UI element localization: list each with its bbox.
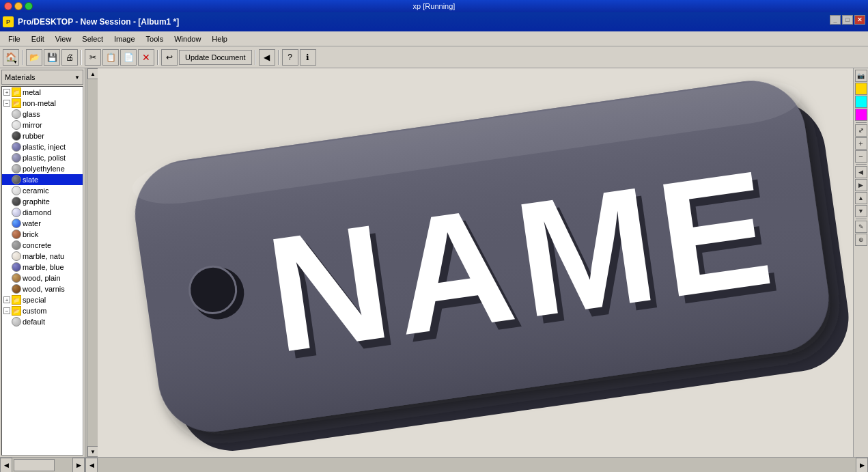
toolbar-help-btn[interactable]: ?	[282, 49, 298, 66]
tree-item-ceramic[interactable]: ceramic	[2, 185, 83, 196]
tree-expand-metal[interactable]: +	[3, 89, 10, 96]
toolbar-paste-btn[interactable]: 📄	[120, 49, 137, 66]
tree-item-mirror[interactable]: mirror	[2, 120, 83, 130]
os-close-btn[interactable]	[4, 2, 12, 10]
toolbar-print-btn[interactable]: 🖨	[61, 49, 78, 66]
toolbar-cut-btn[interactable]: ✂	[85, 49, 101, 66]
tree-item-plastic-inject[interactable]: plastic, inject	[2, 141, 83, 152]
tree-item-rubber[interactable]: rubber	[2, 130, 83, 141]
view-zoom-in-btn[interactable]: +	[855, 137, 867, 150]
tree-material-icon-mirror	[12, 120, 21, 130]
menu-edit[interactable]: Edit	[26, 33, 50, 44]
materials-dropdown[interactable]: Materials ▼	[1, 70, 83, 85]
color-swatch-cyan[interactable]	[855, 96, 867, 108]
tree-label-marble-natu: marble, natu	[23, 252, 64, 260]
view-expand-btn[interactable]: ⤢	[855, 124, 867, 137]
tree-material-icon-marble-natu	[12, 251, 21, 261]
view-zoom-out-btn[interactable]: −	[855, 150, 867, 163]
vscroll-up-btn[interactable]: ▲	[87, 68, 98, 79]
menu-help[interactable]: Help	[206, 33, 233, 44]
toolbar-update-doc-btn[interactable]: Update Document	[179, 50, 252, 65]
tree-expand-special[interactable]: +	[3, 296, 10, 303]
3d-view-area: NAME NAME 📷 ⤢ + −	[98, 68, 868, 457]
vscroll-down-btn[interactable]: ▼	[87, 446, 98, 457]
tree-item-non-metal[interactable]: − 📂 non-metal	[2, 98, 83, 109]
toolbar-sep4	[255, 50, 256, 65]
tree-item-concrete[interactable]: concrete	[2, 240, 83, 251]
toolbar-back-btn[interactable]: ◀	[259, 49, 275, 66]
tree-label-wood-plain: wood, plain	[23, 274, 61, 282]
hscroll-thumb-left[interactable]	[14, 459, 55, 471]
view-with-scroll: ▲ ▼	[87, 68, 868, 457]
menu-window[interactable]: Window	[169, 33, 206, 44]
app-window-controls[interactable]: _ □ ✕	[830, 15, 865, 25]
tree-item-diamond[interactable]: diamond	[2, 207, 83, 218]
hscroll-track-left[interactable]	[12, 458, 72, 473]
tree-label-graphite: graphite	[23, 197, 50, 206]
vscroll-track[interactable]	[87, 79, 98, 446]
toolbar-save-btn[interactable]: 💾	[44, 49, 60, 66]
menu-image[interactable]: Image	[109, 33, 141, 44]
hscroll-left-btn[interactable]: ◀	[0, 458, 12, 473]
tree-item-glass[interactable]: glass	[2, 109, 83, 120]
view-camera-btn[interactable]: 📷	[855, 70, 867, 82]
app-minimize-btn[interactable]: _	[830, 15, 841, 25]
tree-expand-non-metal[interactable]: −	[3, 100, 10, 107]
color-swatch-yellow[interactable]	[855, 83, 867, 95]
hscroll-main-right-btn[interactable]: ▶	[856, 458, 868, 473]
tree-item-wood-varnis[interactable]: wood, varnis	[2, 283, 83, 294]
tree-item-brick[interactable]: brick	[2, 229, 83, 240]
app-close-btn[interactable]: ✕	[854, 15, 865, 25]
hscroll-right-btn-left[interactable]: ▶	[72, 458, 85, 473]
color-swatch-magenta[interactable]	[855, 109, 867, 121]
toolbar-copy-btn[interactable]: 📋	[102, 49, 119, 66]
tree-item-slate[interactable]: slate	[2, 174, 83, 185]
right-toolbar-sep2	[856, 164, 867, 165]
tree-container[interactable]: + 📁 metal − 📂 non-metal glass mirror	[1, 86, 83, 456]
tree-folder-icon-custom: 📂	[12, 306, 21, 316]
os-title-bar: xp [Running]	[0, 0, 868, 12]
hscroll-main-left-btn[interactable]: ◀	[85, 458, 98, 473]
tree-item-custom[interactable]: − 📂 custom	[2, 305, 83, 316]
app-restore-btn[interactable]: □	[842, 15, 853, 25]
view-pan-up-btn[interactable]: ▲	[855, 192, 867, 204]
tree-label-ceramic: ceramic	[23, 186, 49, 195]
tree-item-graphite[interactable]: graphite	[2, 196, 83, 207]
view-pan-down-btn[interactable]: ▼	[855, 205, 867, 217]
tree-item-wood-plain[interactable]: wood, plain	[2, 273, 83, 283]
toolbar-open-btn[interactable]: 📂	[26, 49, 42, 66]
tree-item-special[interactable]: + 📁 special	[2, 294, 83, 305]
app-icon: P	[3, 16, 14, 27]
tree-expand-custom[interactable]: −	[3, 307, 10, 314]
view-tool1-btn[interactable]: ✎	[855, 221, 867, 233]
tree-item-plastic-polis[interactable]: plastic, polist	[2, 152, 83, 163]
vertical-scrollbar[interactable]: ▲ ▼	[87, 68, 98, 457]
tree-material-icon-default	[12, 317, 21, 327]
view-pan-right-btn[interactable]: ▶	[855, 179, 867, 191]
toolbar-sep2	[81, 50, 82, 65]
bottom-scrollbar[interactable]: ◀ ▶ ◀ ▶	[0, 457, 868, 472]
os-max-btn[interactable]	[25, 2, 33, 10]
hscroll-main-track[interactable]	[98, 458, 856, 473]
tree-item-default[interactable]: default	[2, 316, 83, 327]
tree-label-polyethylene: polyethylene	[23, 165, 65, 173]
view-tool2-btn[interactable]: ⊕	[855, 234, 867, 246]
view-pan-left-btn[interactable]: ◀	[855, 166, 867, 178]
menu-view[interactable]: View	[50, 33, 77, 44]
tree-label-metal: metal	[23, 88, 41, 96]
bottom-main-scrollbar[interactable]: ◀ ▶	[85, 458, 868, 473]
toolbar-undo-btn[interactable]: ↩	[161, 49, 178, 66]
tree-item-polyethylene[interactable]: polyethylene	[2, 163, 83, 174]
os-min-btn[interactable]	[14, 2, 23, 10]
menu-file[interactable]: File	[3, 33, 26, 44]
toolbar-delete-btn[interactable]: ✕	[138, 49, 154, 66]
menu-tools[interactable]: Tools	[141, 33, 169, 44]
tree-item-marble-blue[interactable]: marble, blue	[2, 262, 83, 273]
tree-item-marble-natu[interactable]: marble, natu	[2, 251, 83, 262]
menu-select[interactable]: Select	[76, 33, 109, 44]
toolbar-home-btn[interactable]: 🏠 ▼	[3, 49, 19, 66]
tree-item-metal[interactable]: + 📁 metal	[2, 87, 83, 98]
os-window-controls[interactable]	[4, 2, 33, 10]
toolbar-info-btn[interactable]: ℹ	[300, 49, 316, 66]
tree-item-water[interactable]: water	[2, 218, 83, 229]
